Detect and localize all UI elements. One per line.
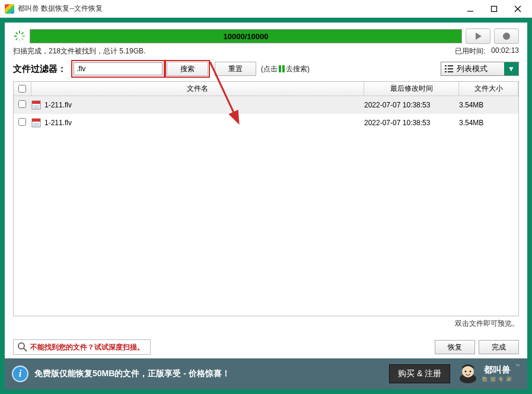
header-checkbox-col bbox=[14, 82, 31, 96]
brand-name: 都叫兽 bbox=[484, 364, 511, 376]
svg-rect-1 bbox=[492, 6, 497, 11]
magnifier-icon bbox=[17, 342, 28, 352]
title-bar: 都叫兽 数据恢复--文件恢复 bbox=[0, 0, 532, 18]
bottom-action-row: 不能找到您的文件？试试深度扫描。 恢复 完成 bbox=[13, 339, 519, 355]
table-body: 1-211.flv 2022-07-07 10:38:53 3.54MB 1-2… bbox=[14, 96, 518, 316]
search-button[interactable]: 搜索 bbox=[167, 62, 208, 76]
svg-marker-12 bbox=[476, 33, 482, 40]
promo-bar: i 免费版仅能恢复50MB的文件，正版享受 - 价格惊喜！ 购买 & 注册 都叫… bbox=[5, 358, 527, 389]
search-hint: (点击 去搜索) bbox=[261, 64, 310, 74]
svg-point-13 bbox=[503, 33, 510, 40]
minimize-button[interactable] bbox=[458, 0, 482, 18]
filter-input[interactable] bbox=[74, 62, 163, 75]
svg-rect-11 bbox=[15, 32, 18, 35]
elapsed-value: 00:02:13 bbox=[491, 46, 519, 56]
header-time[interactable]: 最后修改时间 bbox=[364, 82, 459, 96]
reset-button[interactable]: 重置 bbox=[215, 62, 256, 76]
progress-bar: 10000/10000 bbox=[30, 29, 462, 43]
maximize-button[interactable] bbox=[482, 0, 506, 18]
brand-tagline: 数 据 专 家 bbox=[482, 376, 512, 383]
file-time: 2022-07-07 10:38:53 bbox=[364, 101, 459, 109]
deep-scan-text: 不能找到您的文件？试试深度扫描。 bbox=[30, 342, 144, 352]
svg-line-28 bbox=[24, 348, 27, 351]
info-icon: i bbox=[12, 366, 28, 382]
play-button[interactable] bbox=[466, 28, 490, 44]
svg-rect-16 bbox=[445, 68, 447, 69]
svg-rect-10 bbox=[14, 36, 17, 37]
file-size: 3.54MB bbox=[459, 119, 514, 127]
stop-button[interactable] bbox=[494, 28, 519, 44]
svg-point-32 bbox=[470, 371, 472, 373]
row-checkbox[interactable] bbox=[18, 100, 26, 108]
buy-register-button[interactable]: 购买 & 注册 bbox=[389, 364, 450, 383]
svg-rect-15 bbox=[448, 65, 453, 66]
svg-rect-25 bbox=[32, 119, 40, 122]
svg-rect-7 bbox=[21, 38, 24, 41]
svg-rect-9 bbox=[15, 38, 18, 41]
svg-rect-14 bbox=[445, 65, 447, 66]
app-icon bbox=[5, 4, 14, 14]
svg-rect-22 bbox=[32, 101, 40, 104]
file-time: 2022-07-07 10:38:53 bbox=[364, 119, 459, 127]
header-size[interactable]: 文件大小 bbox=[459, 82, 518, 96]
status-row: 扫描完成，218文件被找到，总计 5.19GB. 已用时间: 00:02:13 bbox=[13, 46, 519, 56]
spinner-icon bbox=[13, 30, 26, 43]
chevron-down-icon[interactable]: ▼ bbox=[504, 62, 518, 75]
svg-rect-26 bbox=[33, 123, 39, 126]
svg-rect-5 bbox=[21, 32, 24, 35]
view-mode-select[interactable]: 列表模式 ▼ bbox=[441, 62, 519, 76]
file-name: 1-211.flv bbox=[44, 101, 364, 109]
bars-icon bbox=[279, 65, 285, 72]
row-checkbox[interactable] bbox=[18, 118, 26, 126]
select-all-checkbox[interactable] bbox=[18, 85, 26, 93]
deep-scan-link[interactable]: 不能找到您的文件？试试深度扫描。 bbox=[13, 339, 151, 355]
promo-message: 免费版仅能恢复50MB的文件，正版享受 - 价格惊喜！ bbox=[34, 368, 383, 379]
filter-label: 文件过滤器： bbox=[13, 63, 66, 75]
recover-button[interactable]: 恢复 bbox=[435, 340, 475, 354]
preview-hint: 双击文件即可预览。 bbox=[13, 319, 519, 329]
brand-logo: 都叫兽 数 据 专 家 ™ bbox=[456, 363, 520, 385]
svg-rect-8 bbox=[19, 39, 20, 42]
close-button[interactable] bbox=[506, 0, 530, 18]
svg-rect-4 bbox=[19, 31, 20, 34]
svg-point-27 bbox=[18, 343, 24, 349]
main-frame: 10000/10000 扫描完成，218文件被找到，总计 5.19GB. 已用时… bbox=[0, 18, 532, 394]
mascot-icon bbox=[456, 363, 480, 385]
view-mode-label: 列表模式 bbox=[457, 63, 504, 74]
progress-row: 10000/10000 bbox=[13, 28, 519, 44]
header-name[interactable]: 文件名 bbox=[31, 82, 364, 96]
svg-rect-6 bbox=[23, 36, 26, 37]
table-row[interactable]: 1-211.flv 2022-07-07 10:38:53 3.54MB bbox=[14, 114, 518, 132]
elapsed-label: 已用时间: bbox=[455, 46, 485, 56]
svg-rect-17 bbox=[448, 68, 453, 69]
scan-summary: 扫描完成，218文件被找到，总计 5.19GB. bbox=[13, 46, 145, 56]
window-title: 都叫兽 数据恢复--文件恢复 bbox=[18, 4, 458, 14]
table-row[interactable]: 1-211.flv 2022-07-07 10:38:53 3.54MB bbox=[14, 96, 518, 114]
svg-rect-18 bbox=[445, 71, 447, 72]
filter-row: 文件过滤器： 搜索 重置 (点击 去搜索) 列表模式 ▼ bbox=[13, 60, 519, 78]
svg-rect-23 bbox=[33, 105, 39, 109]
svg-rect-19 bbox=[448, 71, 453, 72]
file-icon bbox=[31, 118, 41, 128]
list-icon bbox=[441, 65, 457, 72]
file-size: 3.54MB bbox=[459, 101, 514, 109]
file-name: 1-211.flv bbox=[44, 119, 364, 127]
file-table: 文件名 最后修改时间 文件大小 1-211.flv 2022-07-07 10:… bbox=[13, 81, 519, 316]
svg-point-31 bbox=[465, 371, 467, 373]
trademark-icon: ™ bbox=[515, 363, 520, 369]
done-button[interactable]: 完成 bbox=[479, 340, 519, 354]
table-header: 文件名 最后修改时间 文件大小 bbox=[14, 82, 518, 96]
file-icon bbox=[31, 100, 41, 110]
progress-text: 10000/10000 bbox=[224, 32, 269, 41]
